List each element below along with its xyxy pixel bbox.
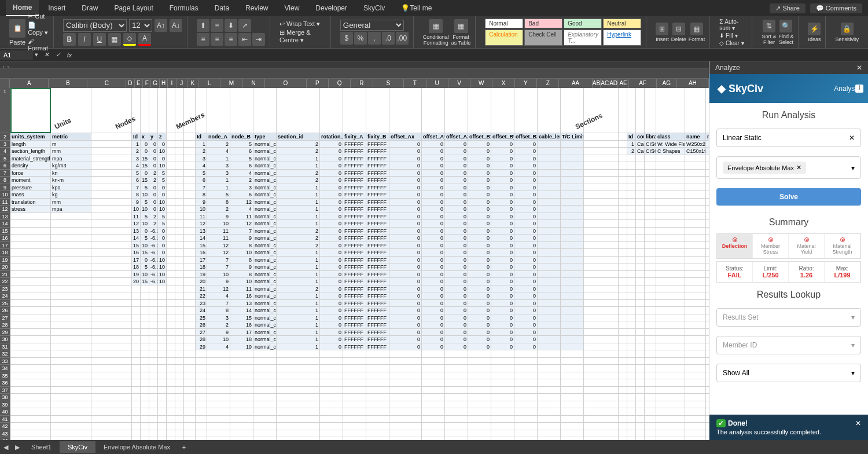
tab-page-layout[interactable]: Page Layout [107,0,160,16]
cell[interactable] [619,314,627,322]
cell[interactable]: 0 [468,242,491,250]
cell[interactable]: 0 [158,155,167,163]
cell[interactable]: 0 [422,191,445,199]
show-all-field[interactable]: Show All▾ [716,364,861,382]
cell[interactable] [491,423,514,430]
cell[interactable]: FFFFFF [366,257,389,264]
cell[interactable] [685,271,706,279]
cell[interactable] [636,278,645,285]
col-header[interactable]: V [448,79,470,88]
cell[interactable]: 0 [468,285,491,293]
cell[interactable]: 7 [207,300,230,307]
cell[interactable]: kg [51,191,91,199]
cell[interactable]: 3 [207,170,230,177]
cell[interactable] [132,379,141,387]
cell[interactable] [51,365,91,372]
cell[interactable] [51,430,91,438]
cell[interactable]: 10 [141,206,149,213]
col-header[interactable]: AD [609,79,618,88]
cell[interactable]: 12 [207,249,230,257]
cell[interactable]: 0 [468,162,491,170]
cell[interactable] [10,307,51,314]
cell[interactable] [538,88,561,133]
cell[interactable] [627,177,636,184]
cell[interactable] [51,249,91,257]
cell[interactable] [196,365,207,372]
cell[interactable] [175,242,184,250]
tab-member-stress[interactable]: Member Stress [753,234,789,258]
row-header[interactable]: 3 [0,141,10,148]
cell[interactable] [561,184,584,192]
cell[interactable] [627,350,636,358]
cell[interactable] [167,199,175,206]
col-header[interactable]: B [49,79,87,88]
cell[interactable] [445,358,468,365]
cell[interactable] [184,263,196,271]
cell[interactable]: 1 [277,292,320,300]
cell[interactable] [184,242,196,250]
cell[interactable]: FFFFFF [343,141,366,148]
cell[interactable]: FFFFFF [366,321,389,329]
cell[interactable]: 0 [389,257,422,264]
cell[interactable]: W: Wide Flange [656,141,685,148]
cell[interactable]: FFFFFF [343,336,366,343]
cell[interactable] [184,401,196,409]
cell[interactable]: 8 [230,271,253,279]
row-header[interactable]: 34 [0,365,10,372]
cell[interactable] [584,235,619,242]
sheet-tab[interactable]: Sheet1 [23,441,60,453]
cell[interactable]: 1 [277,162,320,170]
cell[interactable]: 10 [158,263,167,271]
cell[interactable] [685,285,706,293]
cell[interactable]: 0 [422,162,445,170]
cell[interactable] [132,88,141,133]
cell[interactable] [167,257,175,264]
cell[interactable] [538,184,561,192]
cell[interactable] [91,387,132,394]
cell[interactable] [538,213,561,221]
cell[interactable]: FFFFFF [343,155,366,163]
cell[interactable]: 10 [141,191,149,199]
cell[interactable]: 0 [389,162,422,170]
cell[interactable]: 1 [277,184,320,192]
cell[interactable]: 19 [230,343,253,351]
col-header[interactable]: Q [329,79,351,88]
indent-dec-icon[interactable]: ⇤ [238,33,251,46]
cell[interactable]: normal_continuous [253,278,277,285]
cell[interactable]: -6.2 [149,249,158,257]
cell[interactable] [167,141,175,148]
cell[interactable] [389,350,422,358]
cell[interactable] [141,394,149,401]
cell[interactable] [561,307,584,314]
cell[interactable] [167,177,175,184]
cell[interactable]: 0 [389,235,422,242]
cell[interactable] [343,365,366,372]
cell[interactable] [636,321,645,329]
grid[interactable]: ABCDEFGHIJKLMNOPQRSTUVWXYZAAABACADAEAFAG… [0,79,709,440]
cell[interactable]: 18 [230,336,253,343]
cell[interactable]: 0 [445,307,468,314]
wrap-text-button[interactable]: ↩ Wrap Text ▾ [279,20,326,28]
cell[interactable] [656,387,685,394]
cell[interactable] [196,408,207,416]
cell[interactable]: FFFFFF [366,228,389,235]
cell[interactable] [141,300,149,307]
row-header[interactable]: 43 [0,430,10,438]
cell[interactable] [636,365,645,372]
cell[interactable] [645,285,656,293]
row-header[interactable]: 40 [0,408,10,416]
cell[interactable]: 15 [132,242,141,250]
cell[interactable] [175,358,184,365]
row-header[interactable]: 16 [0,235,10,242]
cell[interactable] [619,249,627,257]
cell[interactable]: 0 [422,184,445,192]
cell[interactable] [10,379,51,387]
cell[interactable]: 0 [445,148,468,155]
cell[interactable] [167,88,175,133]
cell[interactable]: 0 [389,141,422,148]
cell[interactable]: 10 [158,206,167,213]
cell[interactable] [685,372,706,380]
cell[interactable]: 0 [141,228,149,235]
cell[interactable] [561,416,584,423]
cell[interactable] [132,314,141,322]
